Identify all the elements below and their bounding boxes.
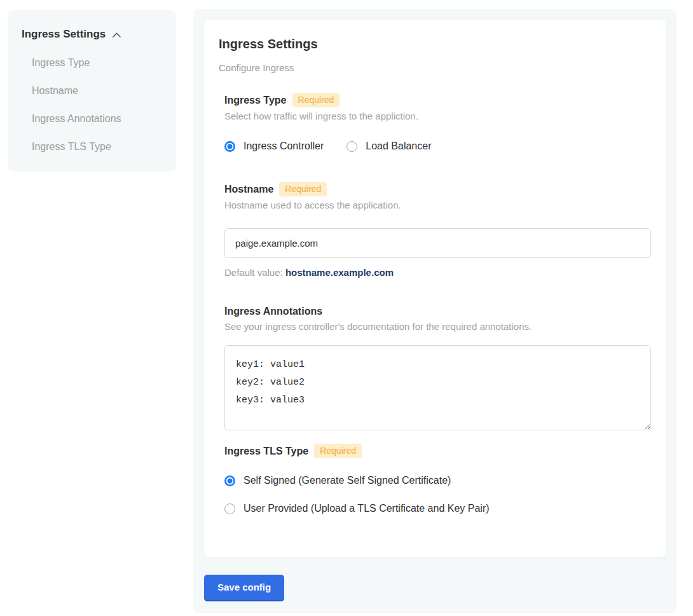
ingress-annotations-label: Ingress Annotations [224,305,322,318]
ingress-type-label: Ingress Type [224,94,287,107]
ingress-type-help-text: Select how traffic will ingress to the a… [224,111,651,121]
required-badge: Required [292,93,340,107]
required-badge: Required [279,182,327,196]
default-value-label: Default value: [224,267,283,278]
section-hostname: Hostname Required Hostname used to acces… [219,182,651,278]
hostname-label: Hostname [224,183,273,196]
radio-label: Load Balancer [366,140,431,152]
hostname-help-text: Hostname used to access the application. [224,200,651,210]
radio-label: Self Signed (Generate Self Signed Certif… [244,475,451,486]
sidebar-item-ingress-annotations[interactable]: Ingress Annotations [22,113,163,125]
sidebar-item-list: Ingress Type Hostname Ingress Annotation… [22,57,163,153]
ingress-tls-radio-group: Self Signed (Generate Self Signed Certif… [224,475,651,514]
section-ingress-tls-type: Ingress TLS Type Required Self Signed (G… [219,444,651,514]
save-config-button[interactable]: Save config [204,575,284,600]
sidebar-group-ingress-settings[interactable]: Ingress Settings [22,28,163,41]
hostname-input[interactable] [224,228,651,258]
config-nav-sidebar: Ingress Settings Ingress Type Hostname I… [8,10,176,172]
ingress-annotations-textarea[interactable]: key1: value1 key2: value2 key3: value3 [224,345,651,430]
config-panel: Ingress Settings Configure Ingress Ingre… [193,9,676,613]
page-title: Ingress Settings [219,36,651,51]
chevron-up-icon [112,32,121,38]
required-badge: Required [314,444,362,458]
radio-selected-icon[interactable] [224,141,235,152]
radio-load-balancer[interactable]: Load Balancer [346,140,431,152]
radio-selected-icon[interactable] [224,476,235,486]
sidebar-group-label: Ingress Settings [22,28,106,41]
ingress-type-radio-group: Ingress Controller Load Balancer [224,140,651,152]
section-ingress-type: Ingress Type Required Select how traffic… [219,93,651,152]
radio-user-provided[interactable]: User Provided (Upload a TLS Certificate … [224,503,651,514]
radio-unselected-icon[interactable] [224,503,235,514]
radio-self-signed[interactable]: Self Signed (Generate Self Signed Certif… [224,475,651,486]
default-value-text: hostname.example.com [285,267,394,278]
ingress-tls-type-label: Ingress TLS Type [224,445,308,458]
ingress-annotations-help-text: See your ingress controller's documentat… [224,321,651,332]
config-card: Ingress Settings Configure Ingress Ingre… [204,20,666,558]
radio-ingress-controller[interactable]: Ingress Controller [224,140,324,152]
section-ingress-annotations: Ingress Annotations See your ingress con… [219,305,651,430]
sidebar-item-ingress-type[interactable]: Ingress Type [22,57,163,69]
page: Ingress Settings Ingress Type Hostname I… [0,0,693,613]
radio-label: Ingress Controller [244,140,324,152]
page-subtitle: Configure Ingress [219,62,651,73]
radio-unselected-icon[interactable] [346,141,357,152]
sidebar-item-hostname[interactable]: Hostname [22,85,163,97]
sidebar-item-ingress-tls-type[interactable]: Ingress TLS Type [22,141,163,153]
radio-label: User Provided (Upload a TLS Certificate … [244,503,490,514]
hostname-default-line: Default value: hostname.example.com [224,267,651,278]
